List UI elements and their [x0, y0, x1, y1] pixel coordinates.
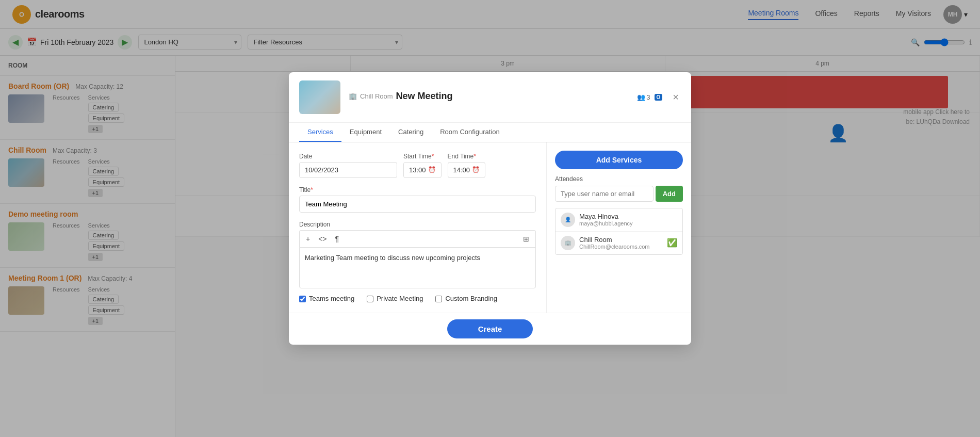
modal-body: Date Start Time* 13:00 ⏰: [289, 142, 691, 313]
attendee-input-row: Add: [555, 186, 683, 202]
modal-room-image: [299, 80, 340, 114]
tab-catering[interactable]: Catering: [390, 123, 432, 142]
attendee-check-icon: ✅: [667, 238, 677, 248]
modal-meeting-title: New Meeting: [396, 91, 453, 102]
modal-right-panel: Add Services Attendees Add 👤: [547, 142, 691, 313]
end-time-label: End Time*: [448, 153, 486, 160]
add-attendee-button[interactable]: Add: [656, 186, 683, 202]
meeting-options: Teams meeting Private Meeting Custom Bra…: [299, 295, 536, 302]
modal-icons: 👥 3 O: [637, 93, 662, 101]
start-time-label: Start Time*: [403, 153, 442, 160]
attendees-section: Attendees Add: [555, 175, 683, 202]
add-services-button[interactable]: Add Services: [555, 151, 683, 169]
editor-paragraph-button[interactable]: ¶: [333, 234, 341, 244]
teams-meeting-checkbox[interactable]: [299, 296, 306, 302]
clock-icon-end: ⏰: [472, 166, 480, 173]
date-group: Date: [299, 153, 397, 178]
editor-add-button[interactable]: +: [304, 234, 312, 244]
attendee-avatar-maya: 👤: [561, 213, 575, 227]
person-icon: 👤: [565, 217, 571, 222]
tab-services[interactable]: Services: [299, 123, 341, 142]
modal-header: 🏢 Chill Room New Meeting 👥 3 O ×: [289, 72, 691, 123]
clock-icon-start: ⏰: [428, 166, 436, 173]
teams-meeting-option[interactable]: Teams meeting: [299, 295, 354, 302]
end-time-group: End Time* 14:00 ⏰: [448, 153, 486, 178]
editor-code-button[interactable]: <>: [316, 234, 329, 244]
private-meeting-option[interactable]: Private Meeting: [367, 295, 423, 302]
editor-table-button[interactable]: ⊞: [521, 234, 531, 244]
modal-footer: Create: [289, 313, 691, 345]
building-icon-attendee: 🏢: [565, 240, 571, 246]
modal-tabs: Services Equipment Catering Room Configu…: [289, 123, 691, 142]
new-meeting-modal: 🏢 Chill Room New Meeting 👥 3 O × Service…: [289, 72, 691, 345]
date-time-row: Date Start Time* 13:00 ⏰: [299, 153, 536, 178]
title-group: Title*: [299, 186, 536, 213]
attendee-avatar-chillroom: 🏢: [561, 236, 575, 250]
modal-overlay[interactable]: 🏢 Chill Room New Meeting 👥 3 O × Service…: [0, 0, 980, 437]
tab-room-configuration[interactable]: Room Configuration: [432, 123, 508, 142]
attendee-email-chillroom: ChillRoom@clearooms.com: [579, 244, 649, 250]
attendee-item-chillroom: 🏢 Chill Room ChillRoom@clearooms.com ✅: [556, 232, 682, 254]
building-icon: 🏢: [349, 92, 357, 100]
modal-room-name: Chill Room: [360, 92, 393, 100]
start-time-group: Start Time* 13:00 ⏰: [403, 153, 442, 178]
attendee-info-chillroom: Chill Room ChillRoom@clearooms.com: [579, 236, 649, 250]
modal-close-button[interactable]: ×: [671, 91, 681, 103]
custom-branding-option[interactable]: Custom Branding: [435, 295, 497, 302]
outlook-badge: O: [655, 94, 663, 101]
description-editor[interactable]: Marketing Team meeting to discuss new up…: [299, 247, 536, 288]
modal-form: Date Start Time* 13:00 ⏰: [289, 142, 547, 313]
people-count-badge: 👥 3: [637, 93, 650, 101]
editor-toolbar: + <> ¶ ⊞: [299, 230, 536, 247]
private-meeting-label: Private Meeting: [377, 295, 423, 302]
attendee-email-maya: maya@hubbl.agency: [579, 220, 633, 226]
create-meeting-button[interactable]: Create: [447, 319, 533, 338]
people-icon: 👥: [637, 93, 645, 101]
attendee-info-maya: Maya Hinova maya@hubbl.agency: [579, 213, 633, 226]
date-input[interactable]: [299, 162, 397, 178]
attendee-name-chillroom: Chill Room: [579, 236, 649, 244]
modal-title-area: 🏢 Chill Room New Meeting: [349, 91, 453, 104]
description-group: Description + <> ¶ ⊞ Marketing Team meet…: [299, 221, 536, 288]
attendees-label: Attendees: [555, 175, 683, 183]
attendee-search-input[interactable]: [555, 186, 654, 202]
attendee-name-maya: Maya Hinova: [579, 213, 633, 220]
custom-branding-checkbox[interactable]: [435, 296, 442, 302]
private-meeting-checkbox[interactable]: [367, 296, 373, 302]
people-count: 3: [646, 93, 650, 101]
description-label: Description: [299, 221, 536, 228]
tab-equipment[interactable]: Equipment: [341, 123, 390, 142]
teams-meeting-label: Teams meeting: [309, 295, 354, 302]
end-time-input[interactable]: 14:00 ⏰: [448, 162, 486, 178]
start-time-input[interactable]: 13:00 ⏰: [403, 162, 442, 178]
attendee-list: 👤 Maya Hinova maya@hubbl.agency 🏢: [555, 208, 683, 255]
date-label: Date: [299, 153, 397, 160]
attendee-item-maya: 👤 Maya Hinova maya@hubbl.agency: [556, 208, 682, 232]
custom-branding-label: Custom Branding: [445, 295, 497, 302]
title-input[interactable]: [299, 196, 536, 213]
title-label: Title*: [299, 186, 536, 193]
